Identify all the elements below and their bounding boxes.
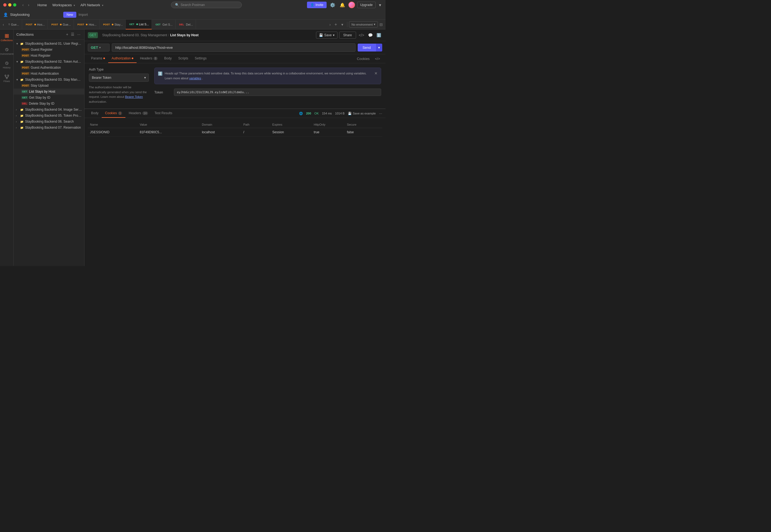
api-network-link[interactable]: API Network ▾ bbox=[78, 2, 105, 8]
home-link[interactable]: Home bbox=[35, 2, 49, 8]
header-actions: 💾 Save ▾ Share </> 💬 ℹ️ bbox=[316, 32, 382, 39]
auth-type-select[interactable]: Bearer Token ▾ bbox=[89, 74, 149, 82]
resp-tab-headers[interactable]: Headers 14 bbox=[125, 109, 151, 118]
cookie-secure: false bbox=[347, 130, 380, 134]
token-input[interactable] bbox=[174, 89, 381, 96]
variables-link[interactable]: variables bbox=[189, 77, 201, 80]
resp-tab-body[interactable]: Body bbox=[88, 109, 102, 118]
method-select[interactable]: GET ▾ bbox=[88, 44, 110, 52]
info-icon-button[interactable]: ℹ️ bbox=[375, 32, 382, 39]
code-icon-button[interactable]: </> bbox=[358, 32, 365, 39]
tab-2[interactable]: POST Gue... bbox=[48, 20, 74, 29]
share-button[interactable]: Share bbox=[339, 32, 356, 39]
collection-item-1[interactable]: ▼ 📁 StayBooking Backend 01. User Regist.… bbox=[14, 41, 84, 47]
auth-right: ℹ️ Heads up! These parameters hold sensi… bbox=[154, 68, 381, 104]
sidebar-collections-button[interactable]: Collections bbox=[1, 31, 13, 44]
maximize-button[interactable] bbox=[13, 3, 16, 7]
del-badge: DEL bbox=[21, 102, 28, 105]
tab-authorization[interactable]: Authorization bbox=[108, 54, 137, 63]
send-dropdown-button[interactable]: ▾ bbox=[376, 44, 382, 52]
tab-6[interactable]: GET Get S... bbox=[152, 20, 175, 29]
collection-item-4[interactable]: › 📁 StayBooking Backend 04. Image Servi.… bbox=[14, 107, 84, 113]
collection-item-3[interactable]: ▼ 📁 StayBooking Backend 03. Stay Manag..… bbox=[14, 77, 84, 83]
sidebar-history-button[interactable]: History bbox=[1, 58, 13, 71]
workspaces-link[interactable]: Workspaces ▾ bbox=[50, 2, 77, 8]
new-button[interactable]: New bbox=[63, 12, 76, 18]
response-more-button[interactable]: ··· bbox=[379, 111, 382, 116]
stay-upload-item[interactable]: POST Stay Upload bbox=[14, 83, 84, 89]
url-bar: GET ▾ Send ▾ bbox=[84, 41, 385, 54]
response-size: 1014 B bbox=[335, 112, 344, 115]
info-text: Heads up! These parameters hold sensitiv… bbox=[165, 71, 372, 81]
svg-rect-0 bbox=[5, 34, 7, 36]
comment-icon-button[interactable]: 💬 bbox=[367, 32, 374, 39]
upgrade-button[interactable]: Upgrade bbox=[357, 2, 376, 8]
tab-5[interactable]: GET List S... bbox=[126, 20, 152, 29]
tab-0[interactable]: T Gue... bbox=[6, 20, 22, 29]
notifications-icon-button[interactable]: 🔔 bbox=[338, 1, 346, 9]
sidebar-flows-button[interactable]: Flows bbox=[1, 72, 13, 85]
panel-actions: + ☰ ··· bbox=[65, 32, 81, 37]
chevron-down-icon[interactable]: ▾ bbox=[378, 1, 382, 9]
get-stay-item[interactable]: GET Get Stay by ID bbox=[14, 95, 84, 101]
tab-nav-left[interactable]: ‹ bbox=[1, 22, 6, 27]
avatar[interactable] bbox=[348, 2, 355, 8]
tab-nav-right[interactable]: › bbox=[328, 22, 332, 27]
tab-settings[interactable]: Settings bbox=[191, 54, 210, 63]
tab-scripts[interactable]: Scripts bbox=[175, 54, 192, 63]
resp-tab-test-results[interactable]: Test Results bbox=[151, 109, 175, 118]
tab-3-dot bbox=[86, 24, 87, 25]
settings-icon-button[interactable]: ⚙️ bbox=[329, 1, 336, 9]
more-collections-button[interactable]: ··· bbox=[76, 32, 81, 37]
status-code: 200 bbox=[306, 112, 311, 115]
cookies-tab-link[interactable]: Cookies bbox=[355, 56, 372, 62]
nav-back-button[interactable]: ‹ bbox=[21, 2, 25, 8]
close-button[interactable] bbox=[3, 3, 7, 7]
collection-item-6[interactable]: › 📁 StayBooking Backend 06. Search bbox=[14, 119, 84, 125]
guest-auth-item[interactable]: POST Guest Authentication bbox=[14, 65, 84, 71]
host-register-item[interactable]: POST Host Register bbox=[14, 53, 84, 59]
minimize-button[interactable] bbox=[8, 3, 11, 7]
import-button[interactable]: Import bbox=[78, 13, 88, 17]
add-collection-button[interactable]: + bbox=[65, 32, 69, 37]
expand-icon: ▼ bbox=[16, 42, 19, 45]
delete-stay-item[interactable]: DEL Delete Stay by ID bbox=[14, 101, 84, 107]
tab-3-label: Hos... bbox=[89, 23, 96, 26]
tab-params[interactable]: Params bbox=[88, 54, 108, 63]
list-stays-item[interactable]: GET List Stays by Host bbox=[14, 89, 84, 95]
save-button[interactable]: 💾 Save ▾ bbox=[316, 32, 337, 39]
collection-item-7[interactable]: › 📁 StayBooking Backend 07. Reservation bbox=[14, 125, 84, 131]
filter-collections-button[interactable]: ☰ bbox=[70, 32, 75, 37]
host-auth-item[interactable]: POST Host Authentication bbox=[14, 71, 84, 77]
method-value: GET bbox=[91, 46, 98, 50]
expand-icon: ▼ bbox=[16, 60, 19, 63]
nav-forward-button[interactable]: › bbox=[26, 2, 31, 8]
collection-item-5[interactable]: › 📁 StayBooking Backend 05. Token Prote.… bbox=[14, 113, 84, 119]
flows-icon bbox=[5, 75, 9, 79]
tab-headers[interactable]: Headers 8 bbox=[137, 54, 161, 63]
tab-body[interactable]: Body bbox=[161, 54, 175, 63]
sidebar-environments-button[interactable]: Environments bbox=[1, 45, 13, 58]
resp-tab-cookies[interactable]: Cookies 1 bbox=[102, 109, 125, 118]
tab-4[interactable]: POST Stay... bbox=[99, 20, 126, 29]
code-view-button[interactable]: </> bbox=[373, 56, 382, 62]
layout-button[interactable]: ⊟ bbox=[378, 22, 384, 27]
bearer-token-link[interactable]: Bearer Token bbox=[125, 95, 143, 98]
cookie-httponly: true bbox=[314, 130, 347, 134]
invite-button[interactable]: 👤 Invite bbox=[307, 2, 326, 8]
tab-dropdown-button[interactable]: ▾ bbox=[339, 22, 345, 27]
panel-header: Collections + ☰ ··· bbox=[14, 29, 84, 40]
tab-3[interactable]: POST Hos... bbox=[74, 20, 99, 29]
search-box[interactable]: 🔍 Search Postman bbox=[171, 2, 242, 8]
send-button[interactable]: Send bbox=[358, 44, 376, 52]
new-tab-button[interactable]: + bbox=[332, 22, 339, 27]
environment-selector[interactable]: No environment ▾ bbox=[349, 21, 378, 28]
collection-item-2[interactable]: ▼ 📁 StayBooking Backend 02. Token Auth..… bbox=[14, 59, 84, 65]
tab-1[interactable]: POST Hos... bbox=[22, 20, 48, 29]
info-close-button[interactable]: ✕ bbox=[374, 71, 377, 75]
collection-4-label: StayBooking Backend 04. Image Servi... bbox=[25, 108, 82, 111]
tab-7[interactable]: DEL Del... bbox=[175, 20, 196, 29]
guest-register-item[interactable]: POST Guest Register bbox=[14, 47, 84, 53]
save-as-example-button[interactable]: 💾 Save as example bbox=[348, 112, 376, 115]
url-input[interactable] bbox=[112, 43, 355, 52]
